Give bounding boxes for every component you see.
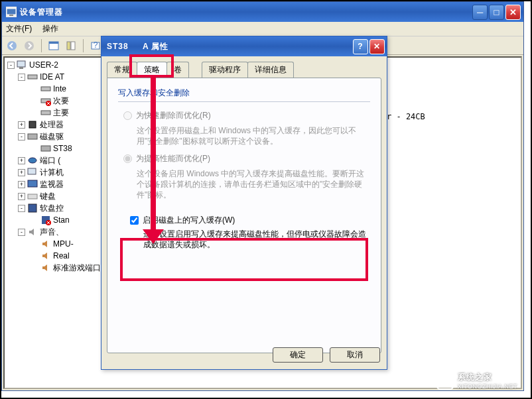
tree-pri-channel[interactable]: 主要 bbox=[53, 107, 69, 119]
app-icon bbox=[6, 7, 17, 17]
svg-rect-18 bbox=[41, 111, 50, 115]
clipped-device-text: r - 24CB bbox=[387, 112, 425, 121]
svg-rect-24 bbox=[28, 180, 37, 187]
dialog-buttons: 确定 取消 bbox=[273, 347, 380, 363]
tree-cpu[interactable]: 处理器 bbox=[40, 119, 64, 131]
view-button[interactable] bbox=[46, 38, 61, 53]
tree-floppy[interactable]: 软盘控 bbox=[40, 203, 64, 214]
tree-sec-channel[interactable]: 次要 bbox=[53, 95, 69, 107]
channel-icon bbox=[40, 107, 51, 118]
cpu-icon bbox=[27, 119, 38, 130]
svg-rect-14 bbox=[28, 75, 37, 79]
optimize-performance-radio bbox=[123, 154, 132, 163]
tree-mpu[interactable]: MPU- bbox=[53, 239, 74, 249]
expand-icon[interactable]: + bbox=[18, 193, 25, 200]
expand-icon[interactable]: + bbox=[18, 181, 25, 188]
expand-icon[interactable]: - bbox=[18, 133, 25, 141]
optimize-removal-label: 为快速删除而优化(R) bbox=[136, 110, 211, 121]
tree-ide[interactable]: IDE AT bbox=[40, 72, 64, 82]
optimize-performance-label: 为提高性能而优化(P) bbox=[136, 153, 210, 164]
write-cache-label[interactable]: 启用磁盘上的写入缓存(W) bbox=[143, 215, 235, 226]
expand-icon[interactable]: + bbox=[18, 169, 25, 176]
tree-computer[interactable]: 计算机 bbox=[40, 167, 64, 178]
tree-button[interactable] bbox=[64, 38, 78, 53]
svg-rect-5 bbox=[49, 42, 58, 44]
tree-intel[interactable]: Inte bbox=[53, 84, 66, 93]
back-button[interactable] bbox=[5, 38, 19, 53]
ok-button[interactable]: 确定 bbox=[273, 347, 323, 363]
optimize-removal-desc: 这个设置停用磁盘上和 Windows 中的写入缓存，因此您可以不用"安全删除"图… bbox=[137, 125, 370, 146]
audio-icon bbox=[40, 262, 51, 273]
group-separator bbox=[118, 101, 370, 102]
monitor-icon bbox=[27, 179, 38, 190]
computer-icon bbox=[17, 60, 27, 70]
tree-keyboard[interactable]: 键盘 bbox=[40, 191, 56, 202]
cancel-button[interactable]: 取消 bbox=[330, 347, 380, 363]
dialog-close-button[interactable]: ✕ bbox=[369, 39, 385, 54]
optimize-removal-radio bbox=[123, 111, 132, 120]
toolbar-separator bbox=[41, 39, 42, 52]
port-icon bbox=[27, 155, 38, 166]
tab-body: 写入缓存和安全删除 为快速删除而优化(R) 这个设置停用磁盘上和 Windows… bbox=[107, 78, 381, 353]
tree-root[interactable]: USER-2 bbox=[29, 60, 58, 70]
tree-game[interactable]: 标准游戏端口 bbox=[53, 262, 101, 274]
tree-st38[interactable]: ST38 bbox=[53, 144, 72, 153]
tab-general[interactable]: 常规 bbox=[107, 62, 137, 78]
expand-icon[interactable]: + bbox=[18, 121, 25, 129]
svg-rect-15 bbox=[41, 87, 50, 91]
svg-rect-20 bbox=[28, 134, 37, 139]
svg-rect-7 bbox=[71, 42, 75, 50]
expand-icon[interactable]: - bbox=[18, 74, 25, 81]
tree-disk[interactable]: 磁盘驱 bbox=[40, 131, 64, 142]
svg-rect-0 bbox=[7, 9, 16, 15]
floppy-error-icon bbox=[40, 215, 51, 225]
svg-point-3 bbox=[25, 41, 34, 50]
computer-node-icon bbox=[27, 167, 38, 178]
group-title: 写入缓存和安全删除 bbox=[118, 87, 370, 99]
svg-text:?: ? bbox=[94, 40, 98, 50]
tree-monitor[interactable]: 监视器 bbox=[40, 179, 64, 190]
optimize-performance-desc: 这个设备启用 Windows 中的写入缓存来提高磁盘性能。要断开这个设备跟计算机… bbox=[137, 168, 370, 200]
minimize-button[interactable]: ─ bbox=[472, 5, 488, 20]
menubar: 文件(F) 操作 bbox=[2, 22, 523, 36]
menu-action[interactable]: 操作 bbox=[42, 23, 58, 34]
properties-dialog: ST38 A 属性 ? ✕ 常规 策略 卷 驱动程序 详细信息 写入缓存和安全删… bbox=[101, 36, 387, 370]
channel-error-icon bbox=[40, 95, 51, 106]
svg-rect-23 bbox=[28, 168, 36, 174]
tree-stan[interactable]: Stan bbox=[53, 215, 70, 225]
watermark-url: XITONGZHIJIA.NET bbox=[458, 383, 517, 390]
svg-rect-21 bbox=[41, 146, 50, 151]
expand-icon[interactable]: - bbox=[7, 62, 15, 69]
tab-volumes[interactable]: 卷 bbox=[166, 62, 189, 78]
svg-rect-1 bbox=[9, 15, 13, 16]
svg-rect-19 bbox=[29, 121, 36, 128]
optimize-removal-row: 为快速删除而优化(R) bbox=[118, 110, 370, 121]
svg-rect-25 bbox=[28, 194, 37, 199]
tab-driver[interactable]: 驱动程序 bbox=[202, 62, 248, 78]
maximize-button[interactable]: □ bbox=[489, 5, 504, 20]
close-button[interactable]: ✕ bbox=[505, 5, 521, 20]
tree-real[interactable]: Real bbox=[53, 251, 70, 260]
write-cache-checkbox[interactable] bbox=[130, 216, 139, 225]
sound-icon bbox=[27, 227, 38, 237]
main-titlebar: 设备管理器 ─ □ ✕ bbox=[2, 2, 523, 22]
forward-button[interactable] bbox=[22, 38, 36, 53]
dialog-help-button[interactable]: ? bbox=[353, 39, 368, 54]
watermark-logo-icon bbox=[436, 372, 454, 390]
svg-point-22 bbox=[29, 158, 36, 163]
expand-icon[interactable]: - bbox=[18, 205, 25, 212]
watermark-brand: 系统之家 bbox=[458, 372, 517, 383]
tab-details[interactable]: 详细信息 bbox=[247, 62, 294, 78]
tree-port[interactable]: 端口 ( bbox=[40, 155, 60, 166]
ide-icon bbox=[27, 72, 38, 82]
expand-icon[interactable]: - bbox=[18, 229, 25, 236]
floppy-icon bbox=[27, 203, 38, 213]
tree-sound[interactable]: 声音、 bbox=[40, 227, 64, 238]
expand-icon[interactable]: + bbox=[18, 157, 25, 164]
audio-icon bbox=[40, 239, 51, 249]
optimize-performance-row: 为提高性能而优化(P) bbox=[118, 153, 370, 164]
menu-file[interactable]: 文件(F) bbox=[6, 23, 32, 34]
svg-rect-6 bbox=[67, 42, 70, 50]
tab-strip: 常规 策略 卷 驱动程序 详细信息 bbox=[107, 62, 381, 78]
tab-policy[interactable]: 策略 bbox=[137, 62, 167, 76]
